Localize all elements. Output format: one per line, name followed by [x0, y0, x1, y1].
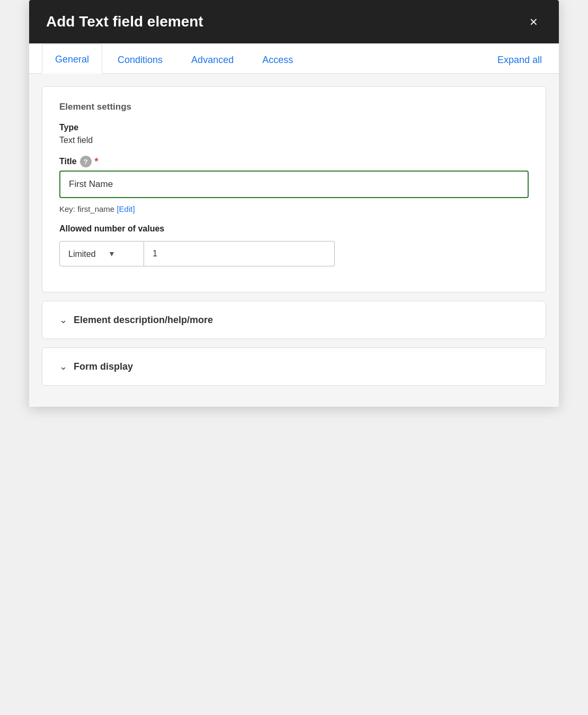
modal-body: Element settings Type Text field Title ?…: [29, 74, 559, 407]
tab-access[interactable]: Access: [249, 44, 306, 73]
modal-header: Add Text field element ×: [29, 0, 559, 43]
title-label-text: Title: [59, 157, 77, 166]
modal-title: Add Text field element: [46, 13, 203, 30]
element-settings-card: Element settings Type Text field Title ?…: [42, 86, 546, 292]
title-label-row: Title ? *: [59, 156, 529, 167]
key-prefix-text: Key: first_name: [59, 204, 117, 213]
chevron-down-icon: ⌄: [59, 361, 67, 372]
chevron-down-icon: ⌄: [59, 314, 67, 326]
title-help-icon[interactable]: ?: [80, 156, 92, 167]
type-label: Type: [59, 123, 529, 132]
required-star: *: [95, 156, 99, 167]
title-field-group: Title ? * Key: first_name [Edit]: [59, 156, 529, 213]
allowed-values-label: Allowed number of values: [59, 224, 529, 234]
type-field-group: Type Text field: [59, 123, 529, 145]
close-button[interactable]: ×: [525, 13, 542, 31]
form-display-collapsible[interactable]: ⌄ Form display: [42, 347, 546, 386]
section-title: Element settings: [59, 102, 529, 112]
type-value: Text field: [59, 136, 529, 145]
chevron-down-icon: ▼: [108, 249, 115, 258]
key-edit-link[interactable]: [Edit]: [117, 204, 135, 213]
modal: Add Text field element × General Conditi…: [29, 0, 559, 407]
tab-conditions[interactable]: Conditions: [104, 44, 176, 73]
limited-select[interactable]: Limited Unlimited: [68, 249, 108, 258]
tabs-bar: General Conditions Advanced Access Expan…: [29, 43, 559, 74]
description-section-title: Element description/help/more: [74, 315, 213, 326]
tab-advanced[interactable]: Advanced: [178, 44, 247, 73]
expand-all-button[interactable]: Expand all: [493, 45, 546, 73]
values-number-input[interactable]: [144, 241, 335, 266]
limited-select-wrapper[interactable]: Limited Unlimited ▼: [59, 241, 144, 266]
key-line: Key: first_name [Edit]: [59, 204, 529, 213]
title-input[interactable]: [59, 171, 529, 198]
allowed-values-group: Allowed number of values Limited Unlimit…: [59, 224, 529, 266]
description-collapsible[interactable]: ⌄ Element description/help/more: [42, 301, 546, 339]
form-display-section-title: Form display: [74, 361, 133, 372]
values-row: Limited Unlimited ▼: [59, 241, 529, 266]
tab-general[interactable]: General: [42, 44, 102, 74]
